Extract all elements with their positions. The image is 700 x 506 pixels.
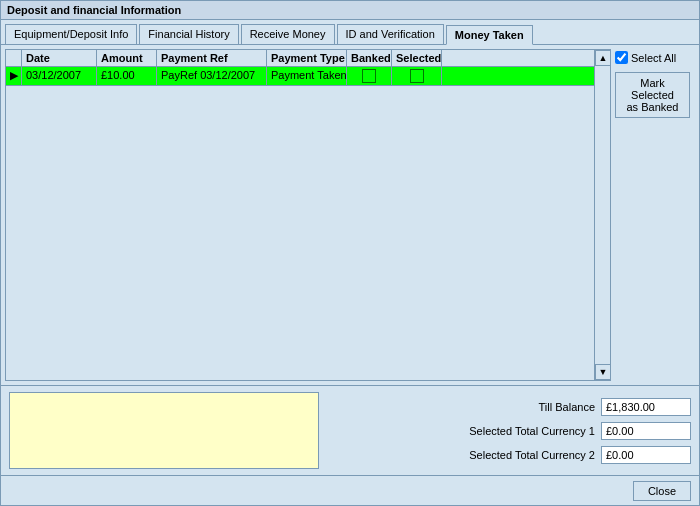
row-date: 03/12/2007 [22,67,97,85]
select-all-label: Select All [631,52,676,64]
col-header-paytype: Payment Type [267,50,347,66]
table-container: Date Amount Payment Ref Payment Type Ban… [5,49,611,381]
till-balance-row: Till Balance [331,398,691,416]
title-bar: Deposit and financial Information [1,1,699,20]
scroll-track [595,66,610,364]
banked-check-green [362,69,376,83]
bottom-fields: Till Balance Selected Total Currency 1 S… [323,386,699,475]
selected-total-1-input[interactable] [601,422,691,440]
notes-area [9,392,319,469]
table-row[interactable]: ▶ 03/12/2007 £10.00 PayRef 03/12/2007 Pa… [6,67,594,86]
select-all-row: Select All [615,51,676,64]
tabs-row: Equipment/Deposit Info Financial History… [1,20,699,45]
tab-financial-history[interactable]: Financial History [139,24,238,44]
tab-equipment-deposit[interactable]: Equipment/Deposit Info [5,24,137,44]
row-selected [392,67,442,85]
tab-receive-money[interactable]: Receive Money [241,24,335,44]
main-area: Date Amount Payment Ref Payment Type Ban… [1,45,699,385]
footer-bar: Close [1,475,699,505]
mark-selected-banked-button[interactable]: Mark Selected as Banked [615,72,690,118]
tab-money-taken[interactable]: Money Taken [446,25,533,45]
scroll-up-button[interactable]: ▲ [595,50,611,66]
close-button[interactable]: Close [633,481,691,501]
col-header-date: Date [22,50,97,66]
tab-id-verification[interactable]: ID and Verification [337,24,444,44]
selected-total-2-label: Selected Total Currency 2 [469,449,595,461]
table-scrollbar[interactable]: ▲ ▼ [594,50,610,380]
selected-total-1-row: Selected Total Currency 1 [331,422,691,440]
selected-total-1-label: Selected Total Currency 1 [469,425,595,437]
till-balance-label: Till Balance [539,401,595,413]
row-payref: PayRef 03/12/2007 [157,67,267,85]
select-all-checkbox[interactable] [615,51,628,64]
row-paytype: Payment Taken [267,67,347,85]
row-amount: £10.00 [97,67,157,85]
col-header-amount: Amount [97,50,157,66]
table-inner: Date Amount Payment Ref Payment Type Ban… [6,50,594,380]
table-body: ▶ 03/12/2007 £10.00 PayRef 03/12/2007 Pa… [6,67,594,380]
selected-total-2-input[interactable] [601,446,691,464]
side-controls-panel: Select All Mark Selected as Banked [611,45,699,385]
row-arrow: ▶ [6,67,22,85]
main-window: Deposit and financial Information Equipm… [0,0,700,506]
row-banked [347,67,392,85]
col-header-banked: Banked [347,50,392,66]
table-header: Date Amount Payment Ref Payment Type Ban… [6,50,594,67]
col-header-payref: Payment Ref [157,50,267,66]
bottom-section: Till Balance Selected Total Currency 1 S… [1,385,699,475]
window-title: Deposit and financial Information [7,4,181,16]
col-header-selected: Selected [392,50,442,66]
selected-total-2-row: Selected Total Currency 2 [331,446,691,464]
till-balance-input[interactable] [601,398,691,416]
col-header-arrow [6,50,22,66]
selected-check-green [410,69,424,83]
scroll-down-button[interactable]: ▼ [595,364,611,380]
